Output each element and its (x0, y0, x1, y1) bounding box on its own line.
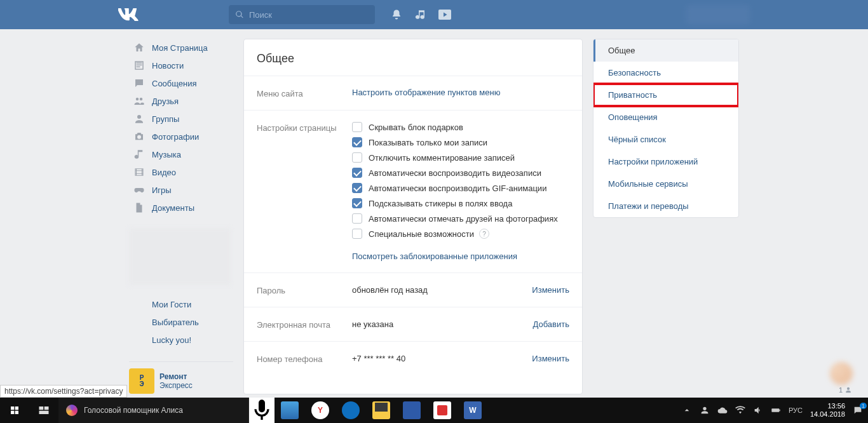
search-box[interactable] (229, 5, 375, 24)
option-row-4[interactable]: Автоматически воспроизводить GIF-анимаци… (352, 183, 569, 193)
search-input[interactable] (249, 10, 369, 20)
bell-icon[interactable] (390, 8, 403, 21)
tray-cloud-icon[interactable] (717, 405, 728, 415)
notifications-icon[interactable]: 1 (853, 405, 863, 415)
settings-tab-7[interactable]: Платежи и переводы (593, 195, 738, 217)
taskbar-app-2[interactable]: Y (305, 398, 336, 423)
nav-item-home[interactable]: Моя Страница (129, 39, 233, 57)
nav-item-msg[interactable]: Сообщения (129, 74, 233, 92)
nav-item-photo[interactable]: Фотографии (129, 128, 233, 145)
mic-button[interactable] (249, 398, 275, 423)
home-icon (133, 41, 146, 54)
checkbox[interactable] (352, 137, 362, 147)
option-row-7[interactable]: Специальные возможности? (352, 229, 569, 239)
sidebar-ad[interactable]: РЭ РемонтЭкспресс (129, 361, 233, 394)
settings-tab-1[interactable]: Безопасность (593, 62, 738, 84)
person-icon (845, 387, 851, 393)
settings-tab-6[interactable]: Мобильные сервисы (593, 173, 738, 195)
svg-rect-0 (39, 406, 44, 410)
taskbar-app-3[interactable] (336, 398, 366, 423)
option-row-1[interactable]: Показывать только мои записи (352, 137, 569, 147)
blocked-apps-link[interactable]: Посмотреть заблокированные приложения (352, 252, 517, 261)
floating-counter[interactable]: 1 (839, 386, 851, 394)
msg-icon (133, 77, 146, 90)
app-item-0[interactable]: Мои Гости (129, 295, 233, 313)
nav-item-music[interactable]: Музыка (129, 145, 233, 163)
settings-tab-2[interactable]: Приватность (593, 84, 738, 106)
nav-label: Видео (152, 168, 176, 177)
option-row-6[interactable]: Автоматически отмечать друзей на фотогра… (352, 213, 569, 224)
taskbar-app-7[interactable]: W (458, 398, 488, 423)
checkbox[interactable] (352, 183, 362, 193)
tray-clock[interactable]: 13:5614.04.2018 (810, 402, 845, 419)
row-value: не указана (352, 319, 533, 329)
option-label: Автоматически воспроизводить GIF-анимаци… (369, 184, 546, 193)
music-note-icon[interactable] (414, 8, 427, 21)
settings-tab-3[interactable]: Оповещения (593, 106, 738, 128)
profile-menu[interactable] (686, 5, 750, 24)
row-action-link[interactable]: Изменить (532, 285, 569, 295)
alisa-assistant-bar[interactable]: Голосовой помощник Алиса (58, 398, 249, 423)
settings-tab-0[interactable]: Общее (593, 39, 738, 62)
settings-tab-4[interactable]: Чёрный список (593, 128, 738, 151)
nav-item-groups[interactable]: Группы (129, 110, 233, 128)
option-row-2[interactable]: Отключить комментирование записей (352, 152, 569, 163)
docs-icon (133, 201, 146, 214)
checkbox[interactable] (352, 213, 362, 224)
row-value: обновлён год назад (352, 285, 532, 295)
nav-label: Фотографии (152, 132, 199, 142)
taskbar-app-6[interactable] (427, 398, 458, 423)
app-item-2[interactable]: Lucky you! (129, 331, 233, 349)
option-label: Подсказывать стикеры в полях ввода (369, 199, 512, 208)
taskbar-app-1[interactable] (275, 398, 305, 423)
photo-icon (133, 130, 146, 143)
music-icon (133, 148, 146, 161)
nav-item-games[interactable]: Игры (129, 181, 233, 199)
settings-tab-5[interactable]: Настройки приложений (593, 151, 738, 173)
nav-item-news[interactable]: Новости (129, 57, 233, 74)
checkbox[interactable] (352, 152, 362, 163)
tray-language[interactable]: РУС (789, 406, 803, 414)
app-label: Мои Гости (152, 300, 191, 309)
nav-item-friends[interactable]: Друзья (129, 92, 233, 110)
vk-logo[interactable] (118, 8, 140, 22)
tray-battery-icon[interactable] (771, 405, 781, 415)
header-icons (390, 8, 451, 21)
tray-volume-icon[interactable] (753, 405, 763, 415)
tray-people-icon[interactable] (700, 405, 710, 415)
play-box-icon[interactable] (438, 10, 451, 20)
nav-label: Игры (152, 185, 172, 195)
row-action-link[interactable]: Добавить (533, 319, 569, 329)
nav-item-docs[interactable]: Документы (129, 199, 233, 217)
friends-icon (133, 95, 146, 107)
apps-nav: Мои ГостиВыбирательLucky you! (129, 295, 233, 349)
row-label: Номер телефона (257, 353, 352, 364)
row-action-link[interactable]: Изменить (532, 354, 569, 363)
app-tiles-icon (133, 316, 146, 328)
option-row-5[interactable]: Подсказывать стикеры в полях ввода (352, 198, 569, 208)
search-icon (235, 10, 244, 19)
tray-wifi-icon[interactable] (735, 405, 745, 415)
tray-chevron-up-icon[interactable] (682, 405, 692, 415)
option-row-0[interactable]: Скрывать блок подарков (352, 122, 569, 132)
start-button[interactable] (0, 398, 29, 423)
floating-avatar[interactable] (830, 362, 853, 385)
settings-tabs: ОбщееБезопасностьПриватностьОповещенияЧё… (593, 39, 739, 218)
checkbox[interactable] (352, 198, 362, 208)
taskbar-app-4[interactable] (366, 398, 397, 423)
option-row-3[interactable]: Автоматически воспроизводить видеозаписи (352, 168, 569, 178)
info-row-1: Электронная почтане указанаДобавить (244, 307, 582, 341)
checkbox[interactable] (352, 122, 362, 132)
nav-label: Друзья (152, 97, 179, 106)
nav-label: Документы (152, 203, 194, 213)
news-icon (133, 59, 146, 72)
taskbar-app-5[interactable] (397, 398, 427, 423)
nav-item-video[interactable]: Видео (129, 163, 233, 181)
checkbox[interactable] (352, 229, 362, 239)
checkbox[interactable] (352, 168, 362, 178)
option-label: Автоматически отмечать друзей на фотогра… (369, 214, 558, 224)
help-icon[interactable]: ? (479, 229, 489, 239)
configure-menu-link[interactable]: Настроить отображение пунктов меню (352, 88, 500, 97)
task-view-button[interactable] (29, 398, 58, 423)
app-item-1[interactable]: Выбиратель (129, 313, 233, 331)
